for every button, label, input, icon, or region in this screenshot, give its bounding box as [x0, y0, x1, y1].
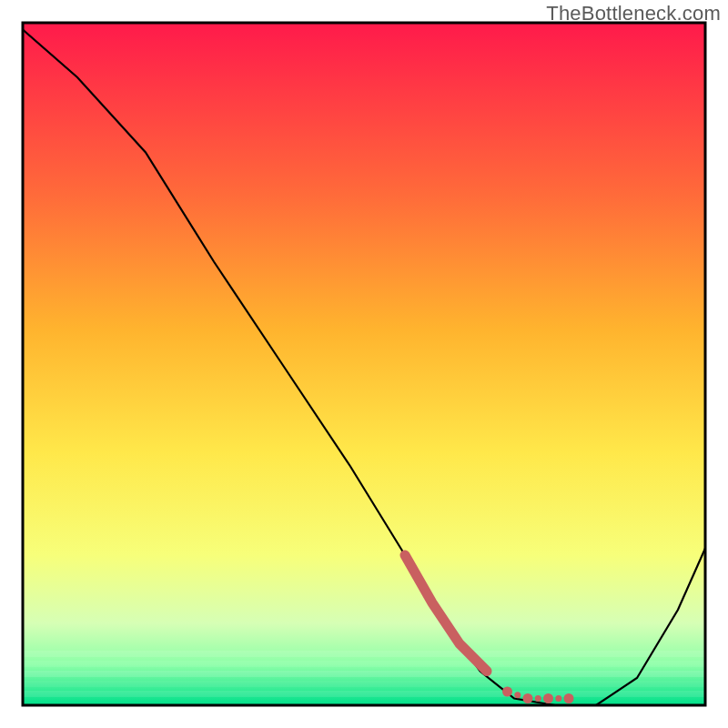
- svg-rect-2: [23, 661, 705, 667]
- svg-rect-1: [23, 651, 705, 657]
- svg-point-9: [543, 693, 553, 703]
- svg-point-11: [564, 693, 574, 703]
- gradient-background: [23, 23, 705, 705]
- chart-canvas: [0, 0, 728, 728]
- svg-rect-5: [23, 691, 705, 697]
- svg-point-8: [514, 692, 521, 698]
- watermark-text: TheBottleneck.com: [546, 2, 721, 25]
- chart-stage: TheBottleneck.com: [0, 0, 728, 728]
- svg-point-7: [523, 693, 533, 703]
- svg-point-12: [555, 695, 561, 702]
- svg-rect-3: [23, 671, 705, 677]
- svg-point-10: [535, 695, 541, 702]
- svg-point-6: [502, 687, 512, 697]
- svg-rect-4: [23, 681, 705, 687]
